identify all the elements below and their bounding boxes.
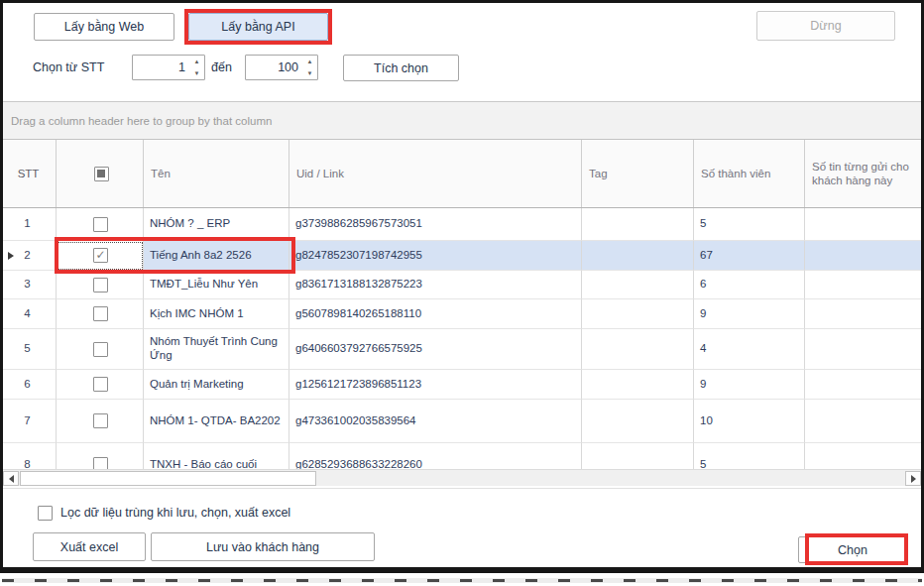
select-all-checkbox[interactable] [94,167,109,181]
cell-uid[interactable]: g1256121723896851123 [289,370,582,400]
column-header-ten[interactable]: Tên [144,140,289,207]
cell-members[interactable]: 5 [694,443,805,469]
cell-uid[interactable]: g6285293688633228260 [289,443,582,469]
cell-uid-text: g8361713188132875223 [295,278,422,292]
row-checkbox[interactable] [93,457,108,469]
fetch-api-button[interactable]: Lấy bằng API [188,13,328,41]
cell-sent[interactable] [805,329,921,370]
cell-sent[interactable] [805,400,921,443]
table-row[interactable]: 3TMĐT_Liễu Như Yêng83617131881328752236 [3,271,921,299]
cell-stt: 7 [3,400,57,443]
cell-members[interactable]: 67 [694,241,805,271]
cell-members[interactable]: 4 [694,329,805,370]
choose-button[interactable]: Chọn [798,536,907,563]
cell-uid[interactable]: g6406603792766575925 [289,329,582,370]
table-row[interactable]: 7NHÓM 1- QTDA- BA2202g473361002035839564… [3,400,921,443]
cell-tag[interactable] [582,329,694,370]
from-stt-value[interactable]: 1 [133,56,189,79]
cell-members[interactable]: 6 [694,271,805,299]
cell-tag[interactable] [582,241,694,271]
cell-checkbox[interactable] [57,370,144,400]
cell-uid-text: g8247852307198742955 [295,249,422,263]
cell-ten[interactable]: TMĐT_Liễu Như Yên [144,271,289,299]
column-header-uid[interactable]: Uid / Link [289,140,582,207]
spin-down-icon[interactable]: ▼ [302,67,317,79]
spin-up-icon[interactable]: ▲ [302,56,317,67]
cell-ten[interactable]: TNXH - Báo cáo cuối [144,443,289,469]
table-row[interactable]: 6Quản trị Marketingg12561217238968511239 [3,370,921,400]
table-row[interactable]: 2Tiếng Anh 8a2 2526g82478523071987429556… [3,241,921,271]
row-checkbox[interactable] [93,248,108,263]
table-row[interactable]: 8TNXH - Báo cáo cuốig6285293688633228260… [3,443,921,469]
cell-members[interactable]: 5 [694,208,805,241]
spinner-arrows[interactable]: ▲ ▼ [189,56,204,79]
cell-sent[interactable] [805,299,921,329]
table-row[interactable]: 4Kịch IMC NHÓM 1g56078981402651881109 [3,299,921,329]
cell-stt-text: 1 [24,217,30,231]
scroll-left-button[interactable] [3,471,19,486]
cell-sent[interactable] [805,443,921,469]
table-row[interactable]: 5Nhóm Thuyết Trình Cung Ứngg640660379276… [3,329,921,370]
cell-uid[interactable]: g8361713188132875223 [289,271,582,299]
dedupe-filter-checkbox[interactable] [38,506,53,521]
row-checkbox[interactable] [93,413,108,428]
spinner-arrows[interactable]: ▲ ▼ [302,56,317,79]
cell-tag[interactable] [582,370,694,400]
cell-ten[interactable]: Kịch IMC NHÓM 1 [144,299,289,329]
cell-sent[interactable] [805,370,921,400]
column-header-select-all[interactable] [57,140,144,207]
spin-down-icon[interactable]: ▼ [189,67,204,79]
cell-tag[interactable] [582,400,694,443]
cell-checkbox[interactable] [57,241,144,271]
cell-checkbox[interactable] [57,208,144,241]
cell-checkbox[interactable] [57,329,144,370]
row-checkbox[interactable] [93,217,108,232]
export-excel-button[interactable]: Xuất excel [33,532,146,561]
horizontal-scrollbar[interactable] [3,469,921,486]
stop-button[interactable]: Dừng [756,11,895,41]
cell-stt: 4 [3,299,57,329]
row-checkbox[interactable] [93,278,108,293]
scrollbar-thumb[interactable] [20,471,316,486]
cell-checkbox[interactable] [57,271,144,299]
to-stt-spinner[interactable]: 100 ▲ ▼ [245,55,318,80]
cell-tag[interactable] [582,271,694,299]
cell-members[interactable]: 10 [694,400,805,443]
save-to-customers-button[interactable]: Lưu vào khách hàng [151,532,375,561]
cell-ten[interactable]: Nhóm Thuyết Trình Cung Ứng [144,329,289,370]
column-header-members[interactable]: Số thành viên [694,140,805,207]
cell-tag[interactable] [582,443,694,469]
cell-sent[interactable] [805,208,921,241]
row-checkbox[interactable] [93,306,108,321]
column-header-tag[interactable]: Tag [582,140,694,207]
spin-up-icon[interactable]: ▲ [189,56,204,67]
cell-members[interactable]: 9 [694,370,805,400]
cell-checkbox[interactable] [57,299,144,329]
cell-checkbox[interactable] [57,443,144,469]
cell-tag[interactable] [582,299,694,329]
scroll-right-button[interactable] [905,471,921,486]
cell-uid[interactable]: g3739886285967573051 [289,208,582,241]
column-header-stt[interactable]: STT [3,140,57,207]
tick-select-button[interactable]: Tích chọn [343,55,459,81]
cell-sent[interactable] [805,241,921,271]
cell-checkbox[interactable] [57,400,144,443]
cell-members[interactable]: 9 [694,299,805,329]
to-stt-value[interactable]: 100 [246,56,302,79]
cell-ten[interactable]: Tiếng Anh 8a2 2526 [144,241,289,271]
cell-tag[interactable] [582,208,694,241]
from-stt-spinner[interactable]: 1 ▲ ▼ [132,55,205,80]
cell-uid[interactable]: g473361002035839564 [289,400,582,443]
row-checkbox[interactable] [93,342,108,357]
cell-ten[interactable]: NHÓM ? _ ERP [144,208,289,241]
cell-uid[interactable]: g5607898140265188110 [289,299,582,329]
cell-sent[interactable] [805,271,921,299]
fetch-web-button[interactable]: Lấy bằng Web [34,13,174,41]
column-header-sent[interactable]: Số tin từng gửi cho khách hàng này [805,140,921,207]
cell-uid[interactable]: g8247852307198742955 [289,241,582,271]
group-by-panel[interactable]: Drag a column header here to group by th… [3,101,921,139]
table-row[interactable]: 1NHÓM ? _ ERPg37398862859675730515 [3,208,921,241]
row-checkbox[interactable] [93,377,108,392]
cell-ten[interactable]: NHÓM 1- QTDA- BA2202 [144,400,289,443]
cell-ten[interactable]: Quản trị Marketing [144,370,289,400]
